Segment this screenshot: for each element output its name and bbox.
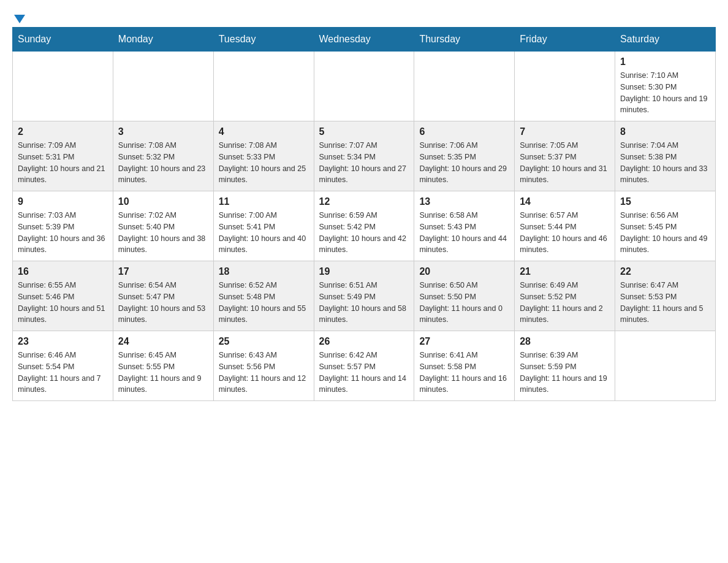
day-number: 22 (620, 266, 710, 277)
day-number: 19 (319, 266, 409, 277)
day-number: 14 (520, 196, 610, 207)
calendar-cell: 14Sunrise: 6:57 AMSunset: 5:44 PMDayligh… (515, 191, 615, 261)
calendar-cell: 18Sunrise: 6:52 AMSunset: 5:48 PMDayligh… (213, 261, 314, 331)
day-number: 10 (118, 196, 208, 207)
calendar-cell: 9Sunrise: 7:03 AMSunset: 5:39 PMDaylight… (13, 191, 113, 261)
day-info: Sunrise: 7:00 AMSunset: 5:41 PMDaylight:… (219, 210, 309, 256)
weekday-header-friday: Friday (515, 28, 615, 52)
calendar-cell: 3Sunrise: 7:08 AMSunset: 5:32 PMDaylight… (113, 121, 213, 191)
calendar-cell: 8Sunrise: 7:04 AMSunset: 5:38 PMDaylight… (615, 121, 716, 191)
day-number: 24 (118, 336, 208, 347)
day-info: Sunrise: 6:52 AMSunset: 5:48 PMDaylight:… (219, 280, 309, 326)
calendar-cell (213, 52, 314, 121)
calendar-cell: 21Sunrise: 6:49 AMSunset: 5:52 PMDayligh… (515, 261, 615, 331)
calendar-cell: 23Sunrise: 6:46 AMSunset: 5:54 PMDayligh… (13, 331, 113, 401)
calendar-cell: 11Sunrise: 7:00 AMSunset: 5:41 PMDayligh… (213, 191, 314, 261)
weekday-header-sunday: Sunday (13, 28, 113, 52)
day-info: Sunrise: 7:02 AMSunset: 5:40 PMDaylight:… (118, 210, 208, 256)
day-info: Sunrise: 7:04 AMSunset: 5:38 PMDaylight:… (620, 140, 710, 186)
calendar-week-row: 16Sunrise: 6:55 AMSunset: 5:46 PMDayligh… (13, 261, 716, 331)
day-info: Sunrise: 6:56 AMSunset: 5:45 PMDaylight:… (620, 210, 710, 256)
calendar-cell (314, 52, 414, 121)
day-number: 6 (419, 126, 509, 137)
day-info: Sunrise: 6:58 AMSunset: 5:43 PMDaylight:… (419, 210, 509, 256)
calendar-cell: 25Sunrise: 6:43 AMSunset: 5:56 PMDayligh… (213, 331, 314, 401)
calendar-cell (113, 52, 213, 121)
calendar-cell: 5Sunrise: 7:07 AMSunset: 5:34 PMDaylight… (314, 121, 414, 191)
calendar-cell (515, 52, 615, 121)
day-info: Sunrise: 7:07 AMSunset: 5:34 PMDaylight:… (319, 140, 409, 186)
day-number: 27 (419, 336, 509, 347)
day-number: 5 (319, 126, 409, 137)
calendar-week-row: 23Sunrise: 6:46 AMSunset: 5:54 PMDayligh… (13, 331, 716, 401)
calendar-week-row: 2Sunrise: 7:09 AMSunset: 5:31 PMDaylight… (13, 121, 716, 191)
calendar-cell: 13Sunrise: 6:58 AMSunset: 5:43 PMDayligh… (414, 191, 515, 261)
day-info: Sunrise: 7:08 AMSunset: 5:32 PMDaylight:… (118, 140, 208, 186)
day-info: Sunrise: 6:50 AMSunset: 5:50 PMDaylight:… (419, 280, 509, 326)
day-info: Sunrise: 7:03 AMSunset: 5:39 PMDaylight:… (18, 210, 108, 256)
day-number: 17 (118, 266, 208, 277)
day-info: Sunrise: 6:51 AMSunset: 5:49 PMDaylight:… (319, 280, 409, 326)
weekday-header-tuesday: Tuesday (213, 28, 314, 52)
day-info: Sunrise: 6:55 AMSunset: 5:46 PMDaylight:… (18, 280, 108, 326)
weekday-header-saturday: Saturday (615, 28, 716, 52)
calendar-cell: 15Sunrise: 6:56 AMSunset: 5:45 PMDayligh… (615, 191, 716, 261)
day-info: Sunrise: 6:39 AMSunset: 5:59 PMDaylight:… (520, 350, 610, 396)
day-number: 16 (18, 266, 108, 277)
day-number: 9 (18, 196, 108, 207)
weekday-header-row: SundayMondayTuesdayWednesdayThursdayFrid… (13, 28, 716, 52)
calendar-cell (615, 331, 716, 401)
day-info: Sunrise: 6:42 AMSunset: 5:57 PMDaylight:… (319, 350, 409, 396)
day-info: Sunrise: 6:47 AMSunset: 5:53 PMDaylight:… (620, 280, 710, 326)
calendar-cell: 7Sunrise: 7:05 AMSunset: 5:37 PMDaylight… (515, 121, 615, 191)
day-number: 2 (18, 126, 108, 137)
day-number: 11 (219, 196, 309, 207)
calendar-cell: 20Sunrise: 6:50 AMSunset: 5:50 PMDayligh… (414, 261, 515, 331)
day-info: Sunrise: 6:59 AMSunset: 5:42 PMDaylight:… (319, 210, 409, 256)
calendar-cell: 10Sunrise: 7:02 AMSunset: 5:40 PMDayligh… (113, 191, 213, 261)
day-number: 26 (319, 336, 409, 347)
day-info: Sunrise: 7:06 AMSunset: 5:35 PMDaylight:… (419, 140, 509, 186)
day-info: Sunrise: 6:45 AMSunset: 5:55 PMDaylight:… (118, 350, 208, 396)
day-number: 8 (620, 126, 710, 137)
day-number: 3 (118, 126, 208, 137)
calendar-cell (414, 52, 515, 121)
calendar-cell: 17Sunrise: 6:54 AMSunset: 5:47 PMDayligh… (113, 261, 213, 331)
day-number: 1 (620, 56, 710, 67)
day-info: Sunrise: 6:41 AMSunset: 5:58 PMDaylight:… (419, 350, 509, 396)
weekday-header-thursday: Thursday (414, 28, 515, 52)
calendar-cell: 27Sunrise: 6:41 AMSunset: 5:58 PMDayligh… (414, 331, 515, 401)
calendar-cell: 22Sunrise: 6:47 AMSunset: 5:53 PMDayligh… (615, 261, 716, 331)
day-number: 25 (219, 336, 309, 347)
page-header (12, 12, 716, 21)
day-info: Sunrise: 7:10 AMSunset: 5:30 PMDaylight:… (620, 70, 710, 116)
calendar-cell: 12Sunrise: 6:59 AMSunset: 5:42 PMDayligh… (314, 191, 414, 261)
day-number: 7 (520, 126, 610, 137)
calendar-cell: 26Sunrise: 6:42 AMSunset: 5:57 PMDayligh… (314, 331, 414, 401)
calendar-week-row: 1Sunrise: 7:10 AMSunset: 5:30 PMDaylight… (13, 52, 716, 121)
day-info: Sunrise: 6:57 AMSunset: 5:44 PMDaylight:… (520, 210, 610, 256)
calendar-cell: 24Sunrise: 6:45 AMSunset: 5:55 PMDayligh… (113, 331, 213, 401)
calendar-cell: 16Sunrise: 6:55 AMSunset: 5:46 PMDayligh… (13, 261, 113, 331)
day-number: 12 (319, 196, 409, 207)
day-number: 15 (620, 196, 710, 207)
calendar-cell: 4Sunrise: 7:08 AMSunset: 5:33 PMDaylight… (213, 121, 314, 191)
day-info: Sunrise: 7:09 AMSunset: 5:31 PMDaylight:… (18, 140, 108, 186)
day-info: Sunrise: 6:46 AMSunset: 5:54 PMDaylight:… (18, 350, 108, 396)
weekday-header-monday: Monday (113, 28, 213, 52)
calendar-cell: 28Sunrise: 6:39 AMSunset: 5:59 PMDayligh… (515, 331, 615, 401)
calendar-cell: 1Sunrise: 7:10 AMSunset: 5:30 PMDaylight… (615, 52, 716, 121)
day-number: 20 (419, 266, 509, 277)
weekday-header-wednesday: Wednesday (314, 28, 414, 52)
day-info: Sunrise: 6:43 AMSunset: 5:56 PMDaylight:… (219, 350, 309, 396)
calendar-cell: 19Sunrise: 6:51 AMSunset: 5:49 PMDayligh… (314, 261, 414, 331)
day-number: 13 (419, 196, 509, 207)
logo-arrow-icon (14, 15, 25, 23)
calendar-cell: 6Sunrise: 7:06 AMSunset: 5:35 PMDaylight… (414, 121, 515, 191)
day-number: 23 (18, 336, 108, 347)
logo (12, 12, 25, 21)
calendar-table: SundayMondayTuesdayWednesdayThursdayFrid… (12, 27, 716, 401)
day-number: 18 (219, 266, 309, 277)
day-info: Sunrise: 6:49 AMSunset: 5:52 PMDaylight:… (520, 280, 610, 326)
calendar-cell (13, 52, 113, 121)
